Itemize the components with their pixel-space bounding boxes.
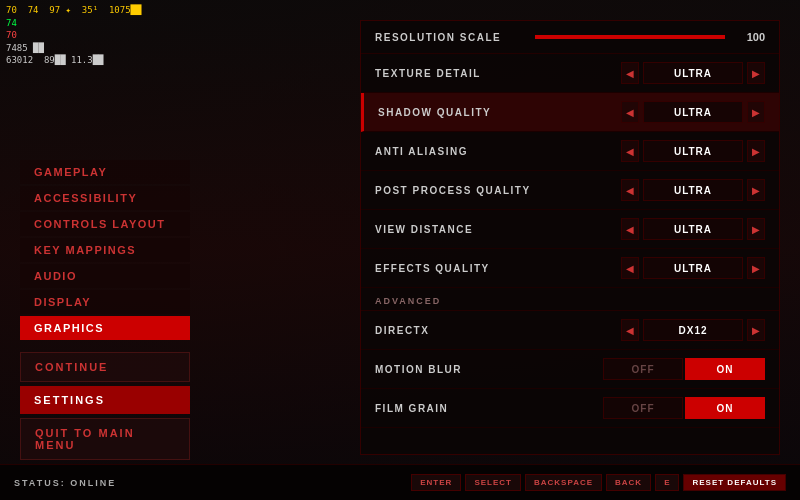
settings-scroll-area[interactable]: RESOLUTION SCALE 100 TEXTURE DETAIL ◀ UL… (361, 21, 779, 454)
directx-control: ◀ DX12 ▶ (621, 319, 765, 341)
view-distance-control: ◀ ULTRA ▶ (621, 218, 765, 240)
motion-blur-label: MOTION BLUR (375, 364, 603, 375)
shadow-quality-value: ULTRA (643, 101, 743, 123)
resolution-scale-row: RESOLUTION SCALE 100 (361, 21, 779, 54)
shadow-quality-left-arrow[interactable]: ◀ (621, 101, 639, 123)
motion-blur-row[interactable]: MOTION BLUR OFF ON (361, 350, 779, 389)
texture-detail-left-arrow[interactable]: ◀ (621, 62, 639, 84)
texture-detail-right-arrow[interactable]: ▶ (747, 62, 765, 84)
texture-detail-value: ULTRA (643, 62, 743, 84)
effects-quality-control: ◀ ULTRA ▶ (621, 257, 765, 279)
continue-button[interactable]: CONTINUE (20, 352, 190, 382)
sidebar-item-display[interactable]: DISPLAY (20, 290, 190, 314)
backspace-button[interactable]: BACKSPACE (525, 474, 602, 491)
quit-button[interactable]: QUIT TO MAIN MENU (20, 418, 190, 460)
directx-row[interactable]: DirectX ◀ DX12 ▶ (361, 311, 779, 350)
sidebar-item-gameplay[interactable]: GAMEPLAY (20, 160, 190, 184)
effects-quality-row[interactable]: EFFECTS QUALITY ◀ ULTRA ▶ (361, 249, 779, 288)
anti-aliasing-left-arrow[interactable]: ◀ (621, 140, 639, 162)
anti-aliasing-right-arrow[interactable]: ▶ (747, 140, 765, 162)
resolution-scale-value: 100 (735, 31, 765, 43)
resolution-scale-label: RESOLUTION SCALE (375, 32, 535, 43)
post-process-quality-left-arrow[interactable]: ◀ (621, 179, 639, 201)
anti-aliasing-value: ULTRA (643, 140, 743, 162)
enter-button[interactable]: ENTER (411, 474, 461, 491)
nav-section: GAMEPLAY ACCESSIBILITY CONTROLS LAYOUT K… (20, 160, 190, 340)
post-process-quality-label: POST PROCESS QUALITY (375, 185, 621, 196)
shadow-quality-right-arrow[interactable]: ▶ (747, 101, 765, 123)
effects-quality-left-arrow[interactable]: ◀ (621, 257, 639, 279)
film-grain-off-button[interactable]: OFF (603, 397, 683, 419)
anti-aliasing-row[interactable]: ANTI ALIASING ◀ ULTRA ▶ (361, 132, 779, 171)
e-button[interactable]: E (655, 474, 679, 491)
settings-panel: RESOLUTION SCALE 100 TEXTURE DETAIL ◀ UL… (360, 20, 780, 455)
post-process-quality-control: ◀ ULTRA ▶ (621, 179, 765, 201)
status-text: STATUS: ONLINE (14, 478, 116, 488)
motion-blur-on-button[interactable]: ON (685, 358, 765, 380)
post-process-quality-value: ULTRA (643, 179, 743, 201)
motion-blur-off-button[interactable]: OFF (603, 358, 683, 380)
film-grain-row[interactable]: FILM GRAIN OFF ON (361, 389, 779, 428)
texture-detail-row[interactable]: TEXTURE DETAIL ◀ ULTRA ▶ (361, 54, 779, 93)
motion-blur-toggle: OFF ON (603, 358, 765, 380)
view-distance-label: VIEW DISTANCE (375, 224, 621, 235)
view-distance-left-arrow[interactable]: ◀ (621, 218, 639, 240)
back-button[interactable]: BACK (606, 474, 651, 491)
settings-button[interactable]: SETTINGS (20, 386, 190, 414)
film-grain-toggle: OFF ON (603, 397, 765, 419)
anti-aliasing-control: ◀ ULTRA ▶ (621, 140, 765, 162)
resolution-scale-fill (535, 35, 725, 39)
main-container: GAMEPLAY ACCESSIBILITY CONTROLS LAYOUT K… (0, 0, 800, 500)
effects-quality-right-arrow[interactable]: ▶ (747, 257, 765, 279)
resolution-scale-slider[interactable] (535, 35, 725, 39)
bottom-buttons: ENTER SELECT BACKSPACE BACK E RESET DEFA… (411, 474, 786, 491)
sidebar-item-graphics[interactable]: GRAPHICS (20, 316, 190, 340)
advanced-section-header: ADVANCED (361, 288, 779, 311)
shadow-quality-row[interactable]: SHADOW QUALITY ◀ ULTRA ▶ (361, 93, 779, 132)
sidebar-item-audio[interactable]: AUDIO (20, 264, 190, 288)
select-button[interactable]: SELECT (465, 474, 521, 491)
left-panel: GAMEPLAY ACCESSIBILITY CONTROLS LAYOUT K… (0, 0, 190, 500)
post-process-quality-right-arrow[interactable]: ▶ (747, 179, 765, 201)
film-grain-on-button[interactable]: ON (685, 397, 765, 419)
directx-right-arrow[interactable]: ▶ (747, 319, 765, 341)
view-distance-right-arrow[interactable]: ▶ (747, 218, 765, 240)
effects-quality-label: EFFECTS QUALITY (375, 263, 621, 274)
shadow-quality-label: SHADOW QUALITY (378, 107, 621, 118)
texture-detail-label: TEXTURE DETAIL (375, 68, 621, 79)
anti-aliasing-label: ANTI ALIASING (375, 146, 621, 157)
effects-quality-value: ULTRA (643, 257, 743, 279)
directx-value: DX12 (643, 319, 743, 341)
resolution-scale-slider-container: 100 (535, 31, 765, 43)
reset-defaults-button[interactable]: RESET DEFAULTS (683, 474, 786, 491)
status-bar: STATUS: ONLINE ENTER SELECT BACKSPACE BA… (0, 464, 800, 500)
sidebar-item-controls-layout[interactable]: CONTROLS LAYOUT (20, 212, 190, 236)
film-grain-label: FILM GRAIN (375, 403, 603, 414)
main-buttons: CONTINUE SETTINGS QUIT TO MAIN MENU (20, 352, 190, 460)
view-distance-value: ULTRA (643, 218, 743, 240)
sidebar-item-accessibility[interactable]: ACCESSIBILITY (20, 186, 190, 210)
directx-label: DirectX (375, 325, 621, 336)
directx-left-arrow[interactable]: ◀ (621, 319, 639, 341)
sidebar-item-key-mappings[interactable]: KEY MAPPINGS (20, 238, 190, 262)
post-process-quality-row[interactable]: POST PROCESS QUALITY ◀ ULTRA ▶ (361, 171, 779, 210)
shadow-quality-control: ◀ ULTRA ▶ (621, 101, 765, 123)
view-distance-row[interactable]: VIEW DISTANCE ◀ ULTRA ▶ (361, 210, 779, 249)
texture-detail-control: ◀ ULTRA ▶ (621, 62, 765, 84)
